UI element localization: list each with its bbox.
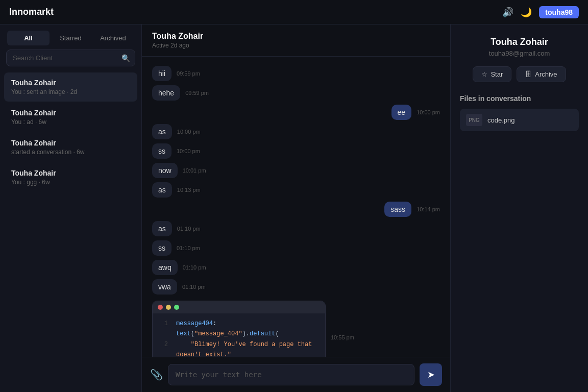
message-bubble: hii xyxy=(152,66,172,81)
chat-contact-name: Touha Zohair xyxy=(152,32,440,41)
code-titlebar xyxy=(153,301,325,313)
rp-contact-email: touha98@gmail.com xyxy=(460,50,579,57)
chat-header: Touha Zohair Active 2d ago xyxy=(142,24,450,57)
send-button[interactable]: ➤ xyxy=(420,363,442,386)
code-time: 10:55 pm xyxy=(331,334,354,340)
message-bubble: ss xyxy=(152,143,172,159)
archive-label: Archive xyxy=(535,70,557,78)
message-time: 10:00 pm xyxy=(177,148,200,154)
rp-contact-name: Touha Zohair xyxy=(460,37,579,47)
contact-item-1[interactable]: Touha Zohair You : ad · 6w xyxy=(4,103,137,132)
message-time: 01:10 pm xyxy=(183,264,206,271)
attach-icon[interactable]: 📎 xyxy=(150,369,163,381)
contact-item-3[interactable]: Touha Zohair You : ggg · 6w xyxy=(4,163,137,192)
message-bubble: as xyxy=(152,124,172,139)
topnav-right: 🔊 🌙 touha98 xyxy=(502,6,579,18)
message-bubble: now xyxy=(152,163,178,178)
search-icon: 🔍 xyxy=(121,54,130,62)
tab-starred[interactable]: Starred xyxy=(50,31,92,45)
message-bubble: ee xyxy=(391,105,412,120)
archive-icon: 🗄 xyxy=(525,70,532,78)
topnav: Innomarkt 🔊 🌙 touha98 xyxy=(0,0,588,24)
file-name: code.png xyxy=(487,116,515,124)
chat-area: Touha Zohair Active 2d ago hii09:59 pmhe… xyxy=(142,24,450,392)
tab-all[interactable]: All xyxy=(7,31,50,45)
chat-input-area: 📎 ➤ xyxy=(142,357,450,392)
message-row: vwa01:10 pm xyxy=(152,279,440,295)
archive-button[interactable]: 🗄 Archive xyxy=(517,66,566,82)
message-row: ss10:00 pm xyxy=(152,143,440,159)
dot-yellow xyxy=(166,305,171,310)
message-time: 09:59 pm xyxy=(185,90,209,96)
message-row: awq01:10 pm xyxy=(152,260,440,275)
contact-name: Touha Zohair xyxy=(11,139,130,147)
contact-name: Touha Zohair xyxy=(11,109,130,117)
right-panel: Touha Zohair touha98@gmail.com ☆ Star 🗄 … xyxy=(450,24,588,392)
message-time: 10:01 pm xyxy=(183,167,206,174)
message-row: hii09:59 pm xyxy=(152,66,440,81)
message-time: 01:10 pm xyxy=(177,226,201,232)
contact-name: Touha Zohair xyxy=(11,169,130,177)
contact-item-0[interactable]: Touha Zohair You : sent an image · 2d xyxy=(4,72,137,102)
message-bubble: ss xyxy=(152,240,172,256)
message-time: 10:00 pm xyxy=(177,129,201,135)
main-layout: All Starred Archived 🔍 Touha Zohair You … xyxy=(0,24,588,392)
rp-actions: ☆ Star 🗄 Archive xyxy=(460,66,579,82)
message-bubble: as xyxy=(152,182,172,198)
message-bubble: vwa xyxy=(152,279,177,295)
chat-status: Active 2d ago xyxy=(152,42,440,49)
message-time: 10:14 pm xyxy=(416,206,440,212)
message-row: 10:00 pmee xyxy=(152,105,440,120)
contact-name: Touha Zohair xyxy=(11,79,130,87)
message-row: as01:10 pm xyxy=(152,221,440,236)
theme-icon[interactable]: 🌙 xyxy=(521,7,532,18)
message-time: 09:59 pm xyxy=(177,70,200,77)
brand-logo: Innomarkt xyxy=(9,7,54,17)
star-button[interactable]: ☆ Star xyxy=(473,66,511,82)
chat-messages: hii09:59 pmhehe09:59 pm10:00 pmeeas10:00… xyxy=(142,57,450,357)
dot-red xyxy=(158,305,163,310)
contact-sub: You : ggg · 6w xyxy=(11,179,130,186)
star-icon: ☆ xyxy=(481,70,487,78)
file-icon: PNG xyxy=(466,114,482,126)
user-avatar[interactable]: touha98 xyxy=(539,6,579,18)
message-row: 10:14 pmsass xyxy=(152,202,440,217)
message-row: ss01:10 pm xyxy=(152,240,440,256)
code-line-2: 2 "Blimey! You've found a page that does… xyxy=(160,339,318,357)
contact-sub: started a conversation · 6w xyxy=(11,149,130,156)
message-time: 01:10 pm xyxy=(177,245,200,251)
message-row: as10:00 pm xyxy=(152,124,440,139)
search-container: 🔍 xyxy=(6,50,135,66)
star-label: Star xyxy=(491,70,503,78)
message-time: 10:13 pm xyxy=(177,187,201,193)
message-bubble: as xyxy=(152,221,172,236)
code-body: 1 message404: text("message_404").defaul… xyxy=(153,313,325,357)
files-section-title: Files in conversation xyxy=(460,94,579,103)
message-row: as10:13 pm xyxy=(152,182,440,198)
message-time: 10:00 pm xyxy=(416,109,440,115)
contact-list: Touha Zohair You : sent an image · 2d To… xyxy=(0,71,141,392)
code-block-row: 1 message404: text("message_404").defaul… xyxy=(152,299,440,357)
dot-green xyxy=(174,305,179,310)
message-input[interactable] xyxy=(168,364,414,385)
message-bubble: awq xyxy=(152,260,178,275)
file-item[interactable]: PNG code.png xyxy=(460,109,579,131)
tab-archived[interactable]: Archived xyxy=(92,31,134,45)
message-row: now10:01 pm xyxy=(152,163,440,178)
contact-sub: You : ad · 6w xyxy=(11,118,130,126)
code-line-1: 1 message404: text("message_404").defaul… xyxy=(160,318,318,339)
sidebar: All Starred Archived 🔍 Touha Zohair You … xyxy=(0,24,142,392)
message-row: hehe09:59 pm xyxy=(152,85,440,101)
message-time: 01:10 pm xyxy=(182,284,206,290)
contact-item-2[interactable]: Touha Zohair started a conversation · 6w xyxy=(4,133,137,162)
sidebar-tabs: All Starred Archived xyxy=(0,24,141,50)
code-screenshot: 1 message404: text("message_404").defaul… xyxy=(152,301,326,357)
message-bubble: sass xyxy=(384,202,411,217)
contact-sub: You : sent an image · 2d xyxy=(11,88,130,95)
volume-icon[interactable]: 🔊 xyxy=(502,7,513,18)
message-bubble: hehe xyxy=(152,85,180,101)
search-input[interactable] xyxy=(6,50,135,66)
